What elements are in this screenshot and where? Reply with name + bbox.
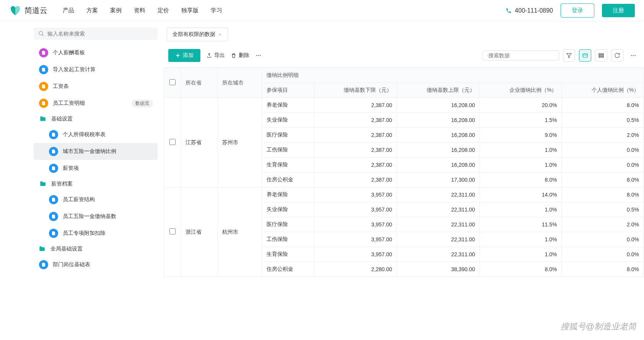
table-container: 所在省 所在城市 缴纳比例明细 参保项目 缴纳基数下限（元） 缴纳基数上限（元）… [164,67,644,340]
tree-item[interactable]: 部门岗位基础表 [34,256,158,273]
cell-city: 苏州市 [218,98,262,187]
cell-item: 养老保险 [262,187,314,202]
more-button[interactable] [255,52,262,59]
cell-low: 2,387.00 [314,172,397,187]
tree-item[interactable]: 员工工资明细数据流 [34,95,158,112]
cell-low: 2,387.00 [314,113,397,128]
nav-item[interactable]: 方案 [86,7,98,14]
badge: 数据流 [132,99,153,107]
tree-item[interactable]: 基础设置 [34,112,158,126]
row-checkbox[interactable] [169,139,176,145]
sidebar-search-input[interactable] [47,31,153,37]
cell-item: 工伤保险 [262,232,314,247]
cell-low: 3,957.00 [314,202,397,217]
th-province: 所在省 [181,68,218,98]
svg-point-6 [260,55,261,56]
refresh-button[interactable] [611,49,623,62]
cell-item: 失业保险 [262,113,314,128]
tree-item[interactable]: 员工薪资结构 [34,191,158,208]
tree-item[interactable]: 个人薪酬看板 [34,44,158,61]
phone[interactable]: 400-111-0890 [506,7,553,14]
data-search-input[interactable] [488,52,555,59]
sidebar-search[interactable] [34,28,158,40]
tree-item[interactable]: 薪资项 [34,160,158,177]
doc-icon [49,130,58,139]
tree-label: 员工薪资结构 [63,196,95,203]
tree-item[interactable]: 工资条 [34,78,158,95]
data-table: 所在省 所在城市 缴纳比例明细 参保项目 缴纳基数下限（元） 缴纳基数上限（元）… [164,68,644,277]
nav-item[interactable]: 案例 [110,7,122,14]
plus-icon [175,53,181,58]
cell-item: 医疗保险 [262,128,314,143]
add-button[interactable]: 添加 [168,49,200,62]
cell-high: 16,208.00 [397,98,480,113]
nav-item[interactable]: 学习 [211,7,222,14]
data-scope-dropdown[interactable]: 全部有权限的数据 [167,28,228,41]
search-icon [38,31,44,37]
select-all-checkbox[interactable] [169,79,176,85]
content: 全部有权限的数据 添加 导出 删除 [161,21,644,340]
cell-province: 江苏省 [181,98,218,187]
cell-corp: 1.5% [480,113,562,128]
row-checkbox[interactable] [169,228,176,234]
export-button[interactable]: 导出 [207,52,225,59]
nav-item[interactable]: 产品 [63,7,74,14]
delete-button[interactable]: 删除 [231,52,249,59]
cell-pers: 8.0% [562,187,644,202]
register-button[interactable]: 注册 [602,4,635,17]
tree-item[interactable]: 城市五险一金缴纳比例 [34,143,158,160]
cell-low: 2,387.00 [314,98,397,113]
svg-point-15 [631,55,632,56]
logo[interactable]: 简道云 [9,5,47,17]
tree-item[interactable]: 个人所得税税率表 [34,126,158,143]
doc-icon [39,48,48,57]
cell-corp: 9.0% [480,128,562,143]
cell-pers: 2.0% [562,217,644,232]
table-row[interactable]: 浙江省杭州市养老保险3,957.0022,311.0014.0%8.0% [164,187,644,202]
tree-item[interactable]: 导入发起工资计算 [34,61,158,78]
data-search[interactable] [483,50,559,60]
cell-item: 生育保险 [262,247,314,262]
cell-pers: 8.0% [562,262,644,277]
cell-corp: 1.0% [480,202,562,217]
cell-pers: 2.0% [562,128,644,143]
nav-item[interactable]: 资料 [134,7,145,14]
cell-corp: 20.0% [480,98,562,113]
doc-icon [39,260,48,269]
tree-label: 员工五险一金缴纳基数 [63,213,116,220]
cell-high: 22,311.00 [397,187,480,202]
nav-item[interactable]: 定价 [158,7,169,14]
th-detail-group: 缴纳比例明细 [262,68,644,83]
view-card-button[interactable] [579,49,591,62]
cell-high: 22,311.00 [397,202,480,217]
table-row[interactable]: 江苏省苏州市养老保险2,387.0016,208.0020.0%8.0% [164,98,644,113]
svg-rect-12 [599,54,603,55]
main: 个人薪酬看板导入发起工资计算工资条员工工资明细数据流基础设置个人所得税税率表城市… [0,21,644,340]
chevron-down-icon [555,53,556,58]
login-button[interactable]: 登录 [561,3,594,18]
th-base-high: 缴纳基数上限（元） [397,83,480,98]
toolbar: 添加 导出 删除 [164,49,644,67]
card-icon [582,52,588,59]
cell-high: 16,208.00 [397,128,480,143]
cell-corp: 1.0% [480,247,562,262]
tree-item[interactable]: 员工五险一金缴纳基数 [34,208,158,225]
tree-label: 城市五险一金缴纳比例 [63,148,116,155]
th-base-low: 缴纳基数下限（元） [314,83,397,98]
cell-item: 工伤保险 [262,143,314,158]
cell-low: 2,387.00 [314,128,397,143]
nav-item[interactable]: 独享版 [181,7,198,14]
chevron-down-icon [218,32,222,37]
cell-pers: 8.0% [562,172,644,187]
view-list-button[interactable] [595,49,607,62]
tree-item[interactable]: 全局基础设置 [34,242,158,256]
tree-item[interactable]: 薪资档案 [34,177,158,191]
doc-icon [49,147,58,156]
doc-icon [49,229,58,238]
cell-item: 医疗保险 [262,217,314,232]
doc-icon [39,82,48,91]
tree-label: 薪资档案 [51,181,73,187]
filter-button[interactable] [563,49,575,62]
tree-item[interactable]: 员工专项附加扣除 [34,225,158,242]
more-button-2[interactable] [627,49,639,62]
